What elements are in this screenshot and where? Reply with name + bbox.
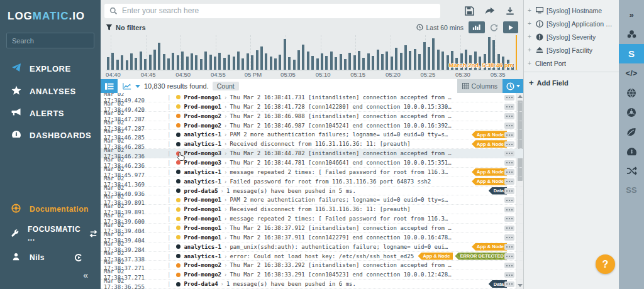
histogram-bar[interactable] xyxy=(195,55,197,70)
histogram-bar[interactable] xyxy=(237,52,240,70)
columns-button[interactable]: Columns xyxy=(457,79,502,93)
histogram-bar[interactable] xyxy=(251,55,253,70)
row-more-button[interactable] xyxy=(504,234,514,241)
histogram-bar[interactable] xyxy=(400,53,402,70)
sidebar-search-input[interactable] xyxy=(12,37,101,45)
row-more-button[interactable] xyxy=(504,104,514,110)
main-search[interactable] xyxy=(104,4,440,18)
service-name[interactable]: Prod-mongo2 xyxy=(184,123,221,129)
sidebar-search[interactable] xyxy=(6,33,94,48)
histogram-bar[interactable] xyxy=(423,42,426,70)
histogram-bar[interactable] xyxy=(130,53,133,70)
histogram-bar[interactable] xyxy=(121,55,123,70)
time-range-selector[interactable]: Last 60 mins xyxy=(416,24,464,31)
rail-item-source-gear-icon[interactable] xyxy=(619,102,644,122)
histogram-bar[interactable] xyxy=(177,55,179,70)
service-name[interactable]: analytics-1 xyxy=(184,131,221,138)
sign-out-icon[interactable] xyxy=(74,253,92,262)
histogram-bar[interactable] xyxy=(247,53,249,70)
histogram-bar[interactable] xyxy=(270,57,272,70)
service-name[interactable]: Prod-mongo3 xyxy=(184,160,221,166)
service-name[interactable]: Prod-mongo1 xyxy=(184,225,221,231)
history-dropdown-button[interactable] xyxy=(502,79,523,93)
histogram-bar[interactable] xyxy=(233,57,235,70)
field-item--syslog-hostname[interactable]: +[Syslog] Hostname xyxy=(524,4,619,17)
histogram-bar[interactable] xyxy=(274,58,277,70)
log-row[interactable]: Mar 02 17:38:36.255|Prod-data4›1 message… xyxy=(101,280,523,289)
histogram-bar[interactable] xyxy=(302,45,304,70)
histogram-bar[interactable] xyxy=(186,57,189,70)
row-more-button[interactable] xyxy=(504,216,514,222)
field-item--syslog-facility[interactable]: +[Syslog] Facility xyxy=(524,43,619,57)
histogram-bar[interactable] xyxy=(316,58,319,70)
histogram-bar[interactable] xyxy=(353,55,356,70)
help-button[interactable]: ? xyxy=(596,254,615,274)
service-name[interactable]: analytics-1 xyxy=(184,253,221,259)
histogram-bar[interactable] xyxy=(126,60,128,70)
histogram-bar[interactable] xyxy=(284,39,286,70)
row-more-button[interactable] xyxy=(504,132,514,138)
histogram-bar[interactable] xyxy=(265,53,267,70)
rail-item-assets-icon[interactable] xyxy=(619,25,644,44)
histogram-bar[interactable] xyxy=(167,58,170,70)
rail-item-source-syslog[interactable]: S xyxy=(619,44,644,63)
histogram-bar[interactable] xyxy=(204,52,207,70)
plus-icon[interactable]: + xyxy=(528,60,532,67)
histogram-bar[interactable] xyxy=(362,58,365,70)
histogram-bar[interactable] xyxy=(391,57,393,70)
histogram-bar[interactable] xyxy=(209,55,212,70)
histogram-bar[interactable] xyxy=(260,46,263,70)
row-more-button[interactable] xyxy=(504,253,514,259)
histogram-bar[interactable] xyxy=(140,52,142,70)
histogram-bar[interactable] xyxy=(418,54,421,70)
field-item-client-port[interactable]: +Client Port xyxy=(524,57,619,70)
histogram-bar[interactable] xyxy=(344,59,347,70)
download-icon[interactable] xyxy=(506,6,514,16)
row-more-button[interactable] xyxy=(504,281,514,288)
sidebar-item-analyses[interactable]: ANALYSES xyxy=(0,80,101,102)
rail-item-source-code[interactable]: </> xyxy=(619,63,644,83)
histogram-bar[interactable] xyxy=(414,49,416,70)
add-field-button[interactable]: + Add Field xyxy=(524,74,619,91)
histogram-bar[interactable] xyxy=(395,48,397,70)
count-metric-badge[interactable]: Count xyxy=(213,82,239,90)
sidebar-item-explore[interactable]: EXPLORE xyxy=(0,57,101,80)
histogram-bar[interactable] xyxy=(340,54,342,70)
field-item--syslog-application-n-[interactable]: +[Syslog] Application N... xyxy=(524,17,619,30)
chart-type-caret-icon[interactable] xyxy=(135,85,140,88)
rail-item-source-ss[interactable]: SS xyxy=(619,180,644,200)
service-name[interactable]: Prod-mongo2 xyxy=(184,271,221,278)
histogram-bar[interactable] xyxy=(358,51,360,70)
histogram-bar[interactable] xyxy=(191,53,193,70)
histogram-bar[interactable] xyxy=(409,51,411,70)
histogram-bar[interactable] xyxy=(181,52,184,70)
histogram-bar[interactable] xyxy=(381,54,384,70)
histogram-bar[interactable] xyxy=(228,55,230,70)
histogram-bar[interactable] xyxy=(321,53,323,70)
sidebar-item-user[interactable]: Nils xyxy=(0,248,101,268)
row-more-button[interactable] xyxy=(504,272,514,278)
row-more-button[interactable] xyxy=(504,141,514,148)
histogram-bar[interactable] xyxy=(307,52,309,70)
plus-icon[interactable]: + xyxy=(528,7,532,14)
service-name[interactable]: Prod-mongo1 xyxy=(184,215,221,222)
histogram-bar[interactable] xyxy=(214,57,216,70)
histogram-bar[interactable] xyxy=(293,60,296,70)
rail-item-source-globe-icon[interactable] xyxy=(619,83,644,102)
plus-icon[interactable]: + xyxy=(528,33,532,40)
service-name[interactable]: analytics-1 xyxy=(184,141,221,147)
histogram-bar[interactable] xyxy=(372,56,374,70)
histogram-bar[interactable] xyxy=(325,56,328,70)
service-name[interactable]: analytics-1 xyxy=(184,244,221,250)
save-icon[interactable] xyxy=(465,6,474,16)
service-name[interactable]: analytics-1 xyxy=(184,169,221,175)
sidebar-item-workspace[interactable]: FOCUSMATIC ... xyxy=(0,220,101,248)
no-filters[interactable]: No filters xyxy=(106,24,146,31)
histogram-bar[interactable] xyxy=(163,54,165,70)
main-search-input[interactable] xyxy=(122,6,435,15)
histogram-bar[interactable] xyxy=(149,55,152,70)
histogram-bar[interactable] xyxy=(107,57,109,70)
plus-icon[interactable]: + xyxy=(528,20,532,27)
row-more-button[interactable] xyxy=(504,95,514,101)
histogram-bar[interactable] xyxy=(437,50,440,70)
